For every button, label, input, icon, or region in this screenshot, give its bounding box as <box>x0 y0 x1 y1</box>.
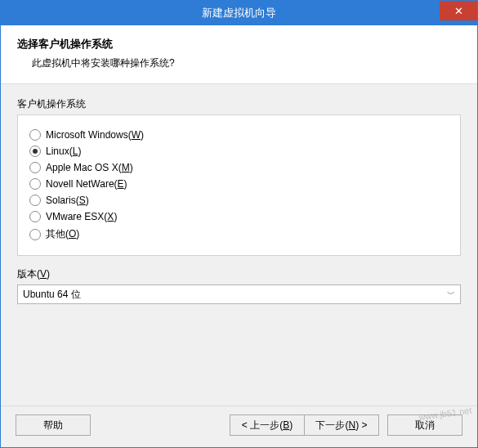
wizard-footer: 帮助 < 上一步(B) 下一步(N) > 取消 <box>1 405 477 447</box>
version-section: 版本(V) Ubuntu 64 位 ﹀ <box>17 267 461 304</box>
radio-label: VMware ESX(X) <box>46 211 117 222</box>
os-group-label: 客户机操作系统 <box>17 97 461 111</box>
radio-label: Solaris(S) <box>46 195 89 206</box>
cancel-button[interactable]: 取消 <box>387 414 462 436</box>
close-button[interactable]: ✕ <box>440 1 477 20</box>
radio-esx[interactable]: VMware ESX(X) <box>29 208 449 225</box>
radio-macos[interactable]: Apple Mac OS X(M) <box>29 159 449 176</box>
radio-label: 其他(O) <box>46 227 79 241</box>
radio-linux[interactable]: Linux(L) <box>29 143 449 159</box>
chevron-down-icon: ﹀ <box>447 289 455 300</box>
close-icon: ✕ <box>454 5 463 17</box>
next-button[interactable]: 下一步(N) > <box>304 414 379 436</box>
titlebar: 新建虚拟机向导 ✕ <box>1 1 477 25</box>
wizard-header: 选择客户机操作系统 此虚拟机中将安装哪种操作系统? <box>1 25 477 84</box>
wizard-content: 客户机操作系统 Microsoft Windows(W) Linux(L) Ap… <box>1 84 477 405</box>
radio-label: Apple Mac OS X(M) <box>46 162 133 173</box>
back-button[interactable]: < 上一步(B) <box>230 414 305 436</box>
radio-label: Linux(L) <box>46 146 81 157</box>
radio-icon <box>29 195 41 206</box>
os-panel: Microsoft Windows(W) Linux(L) Apple Mac … <box>17 114 461 256</box>
window-title: 新建虚拟机向导 <box>202 6 276 20</box>
radio-solaris[interactable]: Solaris(S) <box>29 192 449 208</box>
radio-other[interactable]: 其他(O) <box>29 225 449 244</box>
radio-icon <box>29 211 41 222</box>
radio-icon <box>29 129 41 141</box>
radio-netware[interactable]: Novell NetWare(E) <box>29 176 449 192</box>
radio-label: Microsoft Windows(W) <box>46 129 144 141</box>
version-selected-value: Ubuntu 64 位 <box>23 288 81 302</box>
help-button[interactable]: 帮助 <box>16 414 91 436</box>
radio-icon <box>29 162 41 173</box>
radio-icon <box>29 146 41 157</box>
version-select[interactable]: Ubuntu 64 位 ﹀ <box>17 284 461 304</box>
nav-button-group: < 上一步(B) 下一步(N) > <box>230 414 379 436</box>
header-title: 选择客户机操作系统 <box>17 37 461 52</box>
version-label: 版本(V) <box>17 267 461 281</box>
radio-label: Novell NetWare(E) <box>46 178 127 190</box>
radio-icon <box>29 178 41 190</box>
radio-icon <box>29 229 41 240</box>
header-subtitle: 此虚拟机中将安装哪种操作系统? <box>17 56 461 70</box>
wizard-window: 新建虚拟机向导 ✕ 选择客户机操作系统 此虚拟机中将安装哪种操作系统? 客户机操… <box>0 0 478 448</box>
radio-windows[interactable]: Microsoft Windows(W) <box>29 127 449 143</box>
